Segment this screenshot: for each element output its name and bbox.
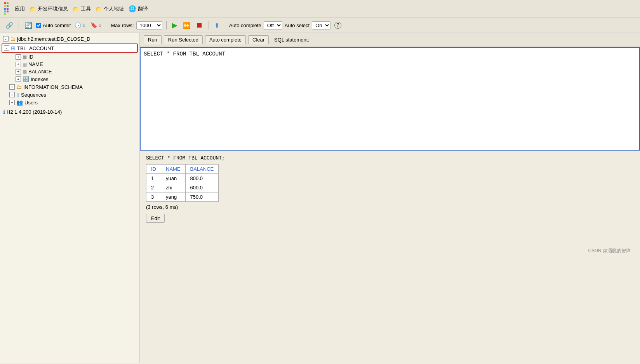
upload-button[interactable]: ⬆ xyxy=(213,21,221,30)
nav-dev-info-label: 开发环境信息 xyxy=(38,5,68,12)
auto-complete-select[interactable]: Off On xyxy=(264,21,282,29)
table-row: 1yuan800.0 xyxy=(146,174,219,183)
col-header-name: NAME xyxy=(161,165,186,174)
run-action-button[interactable]: Run xyxy=(144,35,162,44)
column-balance-item[interactable]: + ▦ BALANCE xyxy=(0,68,139,75)
clear-button[interactable]: Clear xyxy=(248,35,269,44)
sidebar: - 🗂 jdbc:h2:mem:test:DB_CLOSE_D - ⊞ TBL_… xyxy=(0,33,140,363)
help-button[interactable]: ? xyxy=(333,21,343,29)
right-panel: Run Run Selected Auto complete Clear SQL… xyxy=(140,33,640,363)
table-cell: 1 xyxy=(146,174,161,183)
auto-commit-checkbox[interactable] xyxy=(36,23,41,28)
db-icon: 🗂 xyxy=(10,36,16,42)
col-header-balance: BALANCE xyxy=(185,165,219,174)
col-id-expand-btn[interactable]: + xyxy=(16,54,21,60)
run-button[interactable]: ▶ xyxy=(170,20,179,30)
auto-select-select[interactable]: On Off xyxy=(312,21,330,29)
users-label: Users xyxy=(24,100,38,106)
table-expand-btn[interactable]: - xyxy=(4,45,9,51)
help-icon: ? xyxy=(334,22,341,29)
max-rows-label: Max rows: xyxy=(111,23,134,28)
column-name-item[interactable]: + ▦ NAME xyxy=(0,61,139,68)
history-button[interactable]: 🕒 0 xyxy=(73,21,87,29)
column-name-icon: ▦ xyxy=(23,62,27,67)
column-name-label: NAME xyxy=(28,61,43,67)
stop-icon: ⏹ xyxy=(196,21,203,29)
schema-expand-btn[interactable]: + xyxy=(9,84,15,90)
toolbar-separator-1 xyxy=(19,21,19,29)
auto-commit-label[interactable]: Auto commit xyxy=(36,23,71,28)
refresh-button[interactable]: 🔄 xyxy=(23,21,34,30)
history-count: 0 xyxy=(83,23,85,28)
stop-button[interactable]: ⏹ xyxy=(195,21,205,30)
auto-complete-action-button[interactable]: Auto complete xyxy=(205,35,246,44)
version-item: ℹ H2 1.4.200 (2019-10-14) xyxy=(0,108,139,116)
sequences-icon: ⁞⁞ xyxy=(16,92,19,98)
results-query-text: SELECT * FROM TBL_ACCOUNT; xyxy=(146,155,634,161)
table-cell: yang xyxy=(161,192,186,202)
connect-button[interactable]: 🔗 xyxy=(4,21,15,30)
col-balance-expand-btn[interactable]: + xyxy=(16,69,21,75)
nav-translate-label: 翻译 xyxy=(138,5,148,12)
users-expand-btn[interactable]: + xyxy=(9,100,15,105)
users-item[interactable]: + 👥 Users xyxy=(0,99,139,106)
col-name-expand-btn[interactable]: + xyxy=(16,62,21,67)
sequences-item[interactable]: + ⁞⁞ Sequences xyxy=(0,91,139,99)
toolbar: 🔗 🔄 Auto commit 🕒 0 🔖 0 Max rows: 1000 1… xyxy=(0,18,640,33)
bookmark-button[interactable]: 🔖 0 xyxy=(89,21,103,29)
nav-dev-info[interactable]: 📁 开发环境信息 xyxy=(30,5,68,12)
edit-button[interactable]: Edit xyxy=(146,214,165,223)
column-balance-label: BALANCE xyxy=(28,69,52,75)
users-icon: 👥 xyxy=(16,99,23,106)
bookmark-icon: 🔖 xyxy=(90,22,97,28)
column-id-icon: ▦ xyxy=(23,54,27,60)
col-header-id: ID xyxy=(146,165,161,174)
db-expand-btn[interactable]: - xyxy=(3,36,9,42)
table-row: 3yang750.0 xyxy=(146,192,219,202)
toolbar-separator-2 xyxy=(107,21,107,29)
refresh-icon: 🔄 xyxy=(24,22,32,29)
results-table: ID NAME BALANCE 1yuan800.02zhi600.03yang… xyxy=(146,164,219,202)
table-cell: 2 xyxy=(146,183,161,192)
schema-icon: 🗂 xyxy=(16,84,22,90)
rows-info: (3 rows, 6 ms) xyxy=(146,204,634,210)
upload-icon: ⬆ xyxy=(214,22,219,29)
table-cell: 750.0 xyxy=(185,192,219,202)
nav-personal-label: 个人地址 xyxy=(104,5,124,12)
nav-personal[interactable]: 📁 个人地址 xyxy=(96,5,124,12)
nav-translate[interactable]: 🌐 翻译 xyxy=(129,5,148,12)
app-launcher-icon[interactable] xyxy=(4,2,10,15)
indexes-item[interactable]: + 🔡 Indexes xyxy=(0,75,139,83)
auto-complete-label: Auto complete xyxy=(229,23,261,28)
bookmark-count: 0 xyxy=(99,23,101,28)
action-bar: Run Run Selected Auto complete Clear SQL… xyxy=(140,33,640,47)
run-script-button[interactable]: ⏩ xyxy=(181,21,192,30)
translate-icon: 🌐 xyxy=(129,5,136,12)
indexes-expand-btn[interactable]: + xyxy=(16,76,21,82)
column-id-label: ID xyxy=(28,54,33,60)
toolbar-separator-5 xyxy=(225,21,225,29)
table-row: 2zhi600.0 xyxy=(146,183,219,192)
db-title: jdbc:h2:mem:test:DB_CLOSE_D xyxy=(17,36,90,42)
indexes-icon: 🔡 xyxy=(23,76,29,82)
table-cell: 800.0 xyxy=(185,174,219,183)
max-rows-select[interactable]: 1000 100 10000 0 xyxy=(136,21,162,29)
table-cell: yuan xyxy=(161,174,186,183)
sql-statement-label: SQL statement: xyxy=(274,37,309,43)
column-id-item[interactable]: + ▦ ID xyxy=(0,53,139,61)
sql-textarea[interactable]: SELECT * FROM TBL_ACCOUNT xyxy=(141,48,639,149)
table-tbl-account[interactable]: - ⊞ TBL_ACCOUNT xyxy=(2,43,138,53)
sequences-expand-btn[interactable]: + xyxy=(9,92,15,97)
nav-apps-label: 应用 xyxy=(15,5,25,12)
column-balance-icon: ▦ xyxy=(23,69,27,75)
auto-commit-text: Auto commit xyxy=(43,23,71,28)
nav-apps[interactable]: 应用 xyxy=(15,5,25,12)
toolbar-separator-3 xyxy=(166,21,167,29)
watermark: CSDN @洒脱的智障 xyxy=(146,246,634,256)
table-icon: ⊞ xyxy=(11,45,16,51)
schema-item[interactable]: + 🗂 INFORMATION_SCHEMA xyxy=(0,83,139,91)
nav-tools[interactable]: 📁 工具 xyxy=(73,5,91,12)
db-connection-item[interactable]: - 🗂 jdbc:h2:mem:test:DB_CLOSE_D xyxy=(0,35,139,43)
results-area: SELECT * FROM TBL_ACCOUNT; ID NAME BALAN… xyxy=(140,151,640,363)
run-selected-button[interactable]: Run Selected xyxy=(164,35,203,44)
